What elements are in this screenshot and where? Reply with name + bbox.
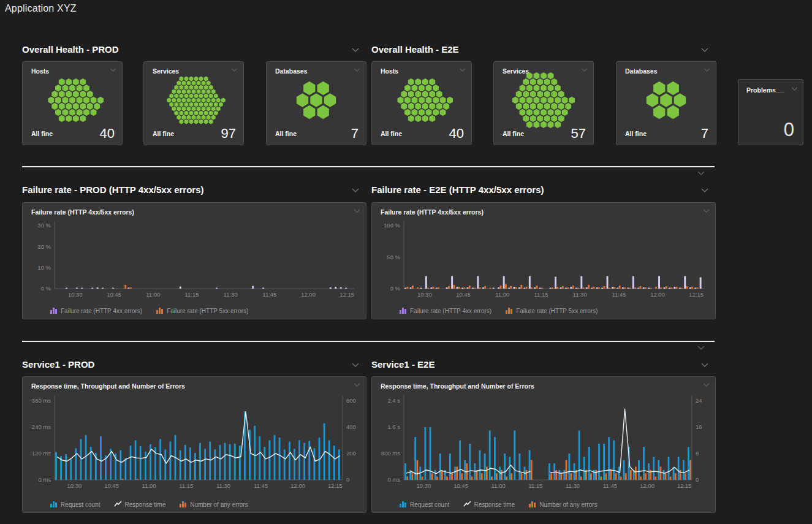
chevron-down-icon[interactable] bbox=[703, 209, 710, 213]
svg-text:11:15: 11:15 bbox=[184, 291, 199, 298]
health-tile-services-prod[interactable]: Services All fine 97 bbox=[143, 61, 244, 145]
legend-label: Request count bbox=[61, 501, 101, 508]
failure-e2e-chart[interactable]: 100 %50 %0 %10:3010:4511:0011:1511:3011:… bbox=[377, 219, 711, 300]
section-divider bbox=[22, 341, 715, 342]
svg-text:400: 400 bbox=[346, 423, 356, 430]
svg-text:50 %: 50 % bbox=[387, 254, 400, 260]
legend-label: Response time bbox=[474, 501, 515, 508]
honeycomb-svg bbox=[23, 70, 122, 130]
chevron-down-icon[interactable] bbox=[352, 48, 359, 52]
health-tile-hosts-e2e[interactable]: Hosts All fine 40 bbox=[371, 61, 472, 145]
dashboard: Application XYZ Overall Health - PROD Ov… bbox=[0, 0, 812, 524]
status-label: All fine bbox=[153, 130, 174, 137]
legend-item[interactable]: Failure rate (HTTP 4xx errors) bbox=[50, 307, 142, 314]
svg-text:11:30: 11:30 bbox=[566, 482, 580, 489]
svg-text:10:30: 10:30 bbox=[417, 482, 431, 489]
svg-text:11:15: 11:15 bbox=[179, 482, 193, 489]
honeycomb-svg bbox=[494, 70, 593, 130]
chart-tile-failure-e2e: Failure rate (HTTP 4xx/5xx errors) 100 %… bbox=[371, 202, 716, 319]
bar-chart-icon bbox=[528, 501, 536, 508]
tile-title: Problems bbox=[746, 86, 776, 94]
bar-chart-icon bbox=[50, 307, 58, 314]
section-divider bbox=[22, 166, 715, 167]
chevron-down-icon[interactable] bbox=[701, 188, 708, 192]
line-chart-icon bbox=[114, 501, 122, 508]
legend-item[interactable]: Number of any errors bbox=[179, 501, 248, 508]
chart-legend: Failure rate (HTTP 4xx errors)Failure ra… bbox=[399, 307, 598, 314]
legend-item[interactable]: Response time bbox=[463, 501, 515, 508]
svg-text:10:45: 10:45 bbox=[104, 482, 119, 489]
chevron-down-icon[interactable] bbox=[352, 188, 359, 192]
health-tile-hosts-prod[interactable]: Hosts All fine 40 bbox=[22, 61, 123, 145]
svg-text:11:00: 11:00 bbox=[491, 482, 506, 489]
svg-text:12:15: 12:15 bbox=[689, 291, 704, 298]
svg-text:0 %: 0 % bbox=[390, 285, 401, 292]
chevron-down-icon[interactable] bbox=[697, 171, 705, 175]
svg-text:360 ms: 360 ms bbox=[32, 397, 51, 404]
svg-text:16: 16 bbox=[696, 423, 702, 430]
svg-text:12:15: 12:15 bbox=[677, 482, 692, 489]
legend-label: Failure rate (HTTP 4xx errors) bbox=[61, 308, 142, 314]
legend-item[interactable]: Failure rate (HTTP 5xx errors) bbox=[505, 307, 598, 314]
honeycomb bbox=[494, 70, 593, 130]
chart-title: Response time, Throughput and Number of … bbox=[381, 382, 534, 390]
service1-e2e-chart[interactable]: 2.4 s1.6 s800 ms0 ms24168010:3010:4511:0… bbox=[377, 393, 711, 491]
legend-item[interactable]: Failure rate (HTTP 4xx errors) bbox=[399, 307, 491, 314]
svg-text:240 ms: 240 ms bbox=[32, 423, 51, 430]
svg-text:200: 200 bbox=[346, 450, 356, 457]
status-label: All fine bbox=[381, 130, 402, 137]
section-title-failure-prod: Failure rate - PROD (HTTP 4xx/5xx errors… bbox=[22, 184, 204, 195]
chevron-down-icon[interactable] bbox=[354, 209, 360, 213]
problems-tile[interactable]: Problems 0 bbox=[738, 79, 803, 145]
legend-item[interactable]: Request count bbox=[50, 501, 101, 508]
legend-label: Failure rate (HTTP 4xx errors) bbox=[410, 308, 491, 314]
svg-text:12:15: 12:15 bbox=[340, 291, 354, 298]
svg-text:11:45: 11:45 bbox=[262, 291, 276, 298]
status-label: All fine bbox=[503, 130, 524, 137]
service1-prod-chart[interactable]: 360 ms240 ms120 ms0 ms600400200010:3010:… bbox=[28, 393, 362, 491]
svg-text:20 %: 20 % bbox=[37, 243, 51, 250]
honeycomb-svg bbox=[144, 70, 243, 130]
chevron-down-icon[interactable] bbox=[703, 383, 710, 387]
chevron-down-icon[interactable] bbox=[697, 346, 705, 350]
chevron-down-icon[interactable] bbox=[701, 363, 708, 367]
failure-prod-chart[interactable]: 30 %20 %10 %0 %10:3010:4511:0011:1511:30… bbox=[28, 219, 362, 300]
chart-title: Failure rate (HTTP 4xx/5xx errors) bbox=[381, 208, 484, 216]
svg-text:11:30: 11:30 bbox=[224, 291, 238, 298]
svg-text:10:45: 10:45 bbox=[456, 291, 471, 298]
svg-text:11:15: 11:15 bbox=[528, 482, 542, 489]
health-tile-services-e2e[interactable]: Services All fine 57 bbox=[493, 61, 594, 145]
legend-item[interactable]: Response time bbox=[114, 501, 166, 508]
count-value: 7 bbox=[351, 126, 359, 142]
section-title-overall-health-e2e: Overall Health - E2E bbox=[371, 44, 459, 55]
chevron-down-icon[interactable] bbox=[352, 363, 359, 367]
legend-label: Failure rate (HTTP 5xx errors) bbox=[167, 308, 248, 314]
count-value: 40 bbox=[100, 126, 115, 142]
svg-text:11:00: 11:00 bbox=[142, 482, 156, 489]
chevron-down-icon[interactable] bbox=[701, 48, 708, 52]
legend-item[interactable]: Request count bbox=[399, 501, 450, 508]
honeycomb-svg bbox=[617, 70, 716, 130]
svg-text:30 %: 30 % bbox=[37, 222, 51, 229]
section-title-service1-prod: Service1 - PROD bbox=[22, 359, 94, 370]
chevron-down-icon[interactable] bbox=[791, 87, 798, 91]
chevron-down-icon[interactable] bbox=[354, 383, 360, 387]
status-label: All fine bbox=[275, 130, 297, 137]
count-value: 40 bbox=[449, 126, 464, 142]
svg-text:0: 0 bbox=[346, 476, 349, 483]
status-label: All fine bbox=[625, 130, 647, 137]
svg-text:120 ms: 120 ms bbox=[32, 450, 51, 457]
legend-item[interactable]: Number of any errors bbox=[528, 501, 597, 508]
legend-label: Request count bbox=[410, 501, 450, 508]
svg-text:11:00: 11:00 bbox=[146, 291, 160, 298]
chart-legend: Failure rate (HTTP 4xx errors)Failure ra… bbox=[50, 307, 248, 314]
svg-text:600: 600 bbox=[346, 397, 356, 404]
svg-text:0 ms: 0 ms bbox=[387, 476, 400, 483]
svg-text:11:30: 11:30 bbox=[216, 482, 230, 489]
health-tile-databases-prod[interactable]: Databases All fine 7 bbox=[266, 61, 366, 145]
svg-text:100 %: 100 % bbox=[384, 222, 400, 229]
svg-text:12:00: 12:00 bbox=[290, 482, 305, 489]
legend-item[interactable]: Failure rate (HTTP 5xx errors) bbox=[156, 307, 248, 314]
svg-text:12:00: 12:00 bbox=[640, 482, 655, 489]
health-tile-databases-e2e[interactable]: Databases All fine 7 bbox=[616, 61, 716, 145]
